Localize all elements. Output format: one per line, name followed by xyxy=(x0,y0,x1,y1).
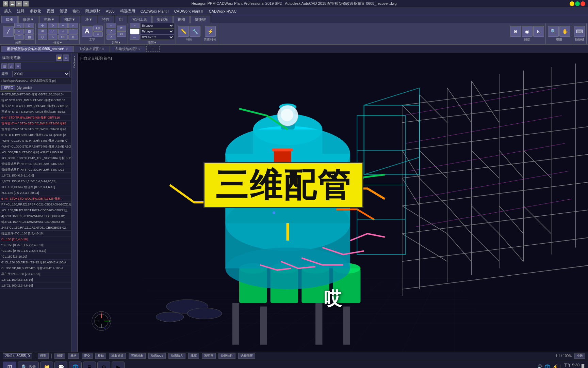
sidebar-list-item-13[interactable]: 管端盖式垫片,RF6"-CL.300,RF,SH/T3407,D22 xyxy=(0,167,71,173)
multiline-text[interactable]: A▼ xyxy=(93,26,103,31)
close-button[interactable] xyxy=(581,1,585,6)
doc-tab-0[interactable]: 配管模型修改设备布置-0608_recover* × xyxy=(1,46,74,52)
viewport[interactable]: [-]自定义视图[着色] xyxy=(78,53,588,352)
ribbon-tab-modify[interactable]: 修改▼ xyxy=(18,16,38,23)
color-btn[interactable] xyxy=(130,29,140,34)
ribbon-tab-utilities[interactable]: 实用工具 xyxy=(128,16,152,23)
sidebar-list-item-3[interactable]: 三通,6" STD TS,BW,SH/T3408 母材:GB/T8163, xyxy=(0,109,71,115)
fillet-tool[interactable]: ⌒ xyxy=(68,29,78,34)
ortho-btn[interactable]: 正交 xyxy=(82,353,93,359)
ucs-tool[interactable]: ⊾ xyxy=(533,26,544,37)
sidebar-list-item-4[interactable]: 6×4" STD TR,BW,SH/T3408 母材:GB/T816 xyxy=(0,115,71,121)
doc-tab-2[interactable]: 3-建筑结构图* × xyxy=(110,46,146,52)
sidebar-list-item-2[interactable]: 弯头,6" STD 45EL,BW,SH/T3408 母材:GB/T8163, xyxy=(0,103,71,109)
grid-btn[interactable]: 栅格 xyxy=(68,353,79,359)
erase-tool[interactable]: ⌫ xyxy=(58,34,68,40)
scale-tool[interactable]: ⤡ xyxy=(48,34,58,40)
sidebar-tool-0[interactable]: ☰ xyxy=(1,63,7,69)
circle-tool[interactable]: ○ xyxy=(14,29,24,34)
ribbon-tab-properties[interactable]: 特性 xyxy=(98,16,114,23)
vtab-cadworx[interactable]: CADWorx xyxy=(72,55,77,69)
menu-output[interactable]: 输出 xyxy=(70,8,83,14)
sidebar-list-item-23[interactable]: 24),6"CL.150,RF,JZ12RZNF051-CB0QB033-02: xyxy=(0,225,71,231)
ribbon-tab-view[interactable]: 视图 xyxy=(173,16,190,23)
menu-cadworx-hvac[interactable]: CADWorx HVAC xyxy=(206,9,240,14)
systray-network[interactable]: 🌐 xyxy=(544,364,550,368)
sidebar-list-item-0[interactable]: 4×STD,BE,SH/T3405 母材:GB/T8163,20 [0.5- xyxy=(0,92,71,97)
sidebar-list-item-15[interactable]: 1,6"CL.150 [0.75-1,1.5-2,3,4,6-14,20,24] xyxy=(0,179,71,184)
sidebar-list-item-25[interactable]: CL.150 [2,3,4,6-10] xyxy=(0,236,71,242)
sidebar-list-item-26[interactable]: "CL.150 [0.75-1,1.5-2,3,4,6-10] xyxy=(0,242,71,248)
clock-area[interactable]: 下午 5:30 2024/06/08 xyxy=(562,363,579,368)
trim-tool[interactable]: ✂ xyxy=(58,23,68,28)
sidebar-list-item-12[interactable]: 管端盖式垫片,RF6"-CL.150,RF,SH/T3407,D22 xyxy=(0,161,71,167)
ribbon-tab-layer[interactable]: 图层▼ xyxy=(60,16,80,23)
sidebar-list-item-30[interactable]: CL.300 SB,RF,SH/T3425 母材:ASME A 105/A xyxy=(0,265,71,271)
single-text[interactable]: A xyxy=(93,31,103,37)
snap-btn[interactable]: 捕捉 xyxy=(54,353,65,359)
sidebar-tool-1[interactable]: △ xyxy=(8,63,14,69)
quick-access-icon[interactable]: 💾 xyxy=(10,1,15,6)
layer-select[interactable]: ByLayer xyxy=(140,23,174,28)
model-btn[interactable]: 模型 xyxy=(38,353,49,359)
hatch-tool[interactable]: ▨ xyxy=(24,29,34,34)
gradient-tool[interactable]: ▤ xyxy=(24,34,34,40)
linear-dim[interactable]: ↔ xyxy=(107,23,116,28)
lw-btn[interactable]: 线宽 xyxy=(188,353,199,359)
menu-parametric[interactable]: 参数化 xyxy=(27,8,44,14)
array-tool[interactable]: ⊞ xyxy=(68,34,78,40)
minimize-button[interactable] xyxy=(570,1,574,6)
sidebar-list-item-29[interactable]: 6" CL.150 SB,RF,SH/T3425 母材:ASME A105/A xyxy=(0,260,71,265)
match-properties[interactable]: ⚡ xyxy=(205,26,216,37)
sidebar-list-item-7[interactable]: 6" STD C,BW,SH/T3408 母材:GB713,Q245R [2 xyxy=(0,132,71,138)
sidebar-list-item-17[interactable]: ×CL.150 [0.5-2,3,4,6-20,24] xyxy=(0,190,71,196)
text-tool[interactable]: A xyxy=(82,26,93,37)
sidebar-list-item-27[interactable]: "CL.150 [0.75-1,1.5-2,3,4,6-8,12] xyxy=(0,248,71,254)
dynin-btn[interactable]: 动态输入 xyxy=(168,353,185,359)
sidebar-tool-2[interactable]: ▽ xyxy=(15,63,21,69)
sidebar-list-item-21[interactable]: 4),6"CL.150,RF,JZ12RZNR051-CB0QB033-0z; xyxy=(0,213,71,219)
menu-annotate[interactable]: 注释 xyxy=(14,8,27,14)
menu-view[interactable]: 视图 xyxy=(44,8,57,14)
taskbar-settings[interactable]: ⚙ xyxy=(97,362,110,368)
doc-tab-add[interactable]: + xyxy=(146,46,160,52)
doc-tab-1-close[interactable]: × xyxy=(102,47,104,51)
sidebar-list-item-8[interactable]: -WN6"-CL.150-STD,RF,SH/T3406 母材:ASME A xyxy=(0,138,71,144)
small-screen-btn[interactable]: 小数 xyxy=(574,353,585,359)
radius-dim[interactable]: R xyxy=(117,26,126,31)
sidebar-list-item-9[interactable]: -WN6"-CL.300-STD,RF,SH/T3406 母材:ASME A10… xyxy=(0,144,71,150)
qp-btn[interactable]: 快捷特性 xyxy=(218,353,235,359)
start-button[interactable]: ⊞ xyxy=(3,362,16,368)
sidebar-list-item-33[interactable]: 1,6"CL.300 [2,3,4,6-16] xyxy=(0,283,71,289)
ducs-btn[interactable]: 动态UCS xyxy=(148,353,166,359)
angular-dim[interactable]: ∠ xyxy=(107,29,116,34)
mirror-tool[interactable]: ⇌ xyxy=(48,29,58,34)
systray-battery[interactable]: ⚡ xyxy=(552,364,558,368)
ribbon-tab-shortcuts[interactable]: 快捷键 xyxy=(190,16,210,23)
sidebar-list-item-24[interactable]: 端盖主件;6"CL.150 [2,3,4,6-18] xyxy=(0,231,71,236)
menu-addons[interactable]: 附加模块 xyxy=(83,8,103,14)
taskbar-browser[interactable]: 🌐 xyxy=(69,362,82,368)
line-tool[interactable]: ╱ xyxy=(3,26,14,37)
zoom-tool[interactable]: 🔍 xyxy=(548,26,559,37)
chamfer-tool[interactable]: ⌐ xyxy=(68,23,78,28)
sidebar-list-item-28[interactable]: "CL.150 [16-16,20] xyxy=(0,254,71,260)
sidebar-list-item-19[interactable]: RF×CL.150,RF,JZ12RBF C021-CB0ZA05-020ZZ,… xyxy=(0,202,71,208)
sc-btn[interactable]: 选择循环 xyxy=(238,353,255,359)
doc-tab-1[interactable]: 1-设备布置图* × xyxy=(74,46,110,52)
tp-btn[interactable]: 透明度 xyxy=(202,353,216,359)
ribbon-tab-clipboard[interactable]: 剪贴板 xyxy=(152,16,173,23)
stretch-tool[interactable]: ⬡ xyxy=(38,34,47,40)
menu-cadworx1[interactable]: CADWorx Plant I xyxy=(138,9,172,14)
sidebar-list-item-16[interactable]: ×CL.150,GB567,组合件 [0.5-2,3,4,6-16] xyxy=(0,184,71,190)
taskbar-ppm[interactable]: 🖥 xyxy=(83,362,96,368)
taskbar-files[interactable]: 📁 xyxy=(40,362,53,368)
sidebar-list-item-18[interactable]: 6"×4" STD×STD WOL,BW,GB/T19326 母材: xyxy=(0,196,71,202)
polyline-tool[interactable]: ─┐ xyxy=(14,23,24,28)
menu-manage[interactable]: 管理 xyxy=(57,8,70,14)
menu-insert[interactable]: 插入 xyxy=(1,8,14,14)
rect-tool[interactable]: □ xyxy=(24,23,34,28)
sidebar-close-btn[interactable]: × xyxy=(63,55,69,61)
sidebar-tree-btn[interactable]: 📁 xyxy=(56,55,62,61)
doc-tab-0-close[interactable]: × xyxy=(66,47,68,51)
